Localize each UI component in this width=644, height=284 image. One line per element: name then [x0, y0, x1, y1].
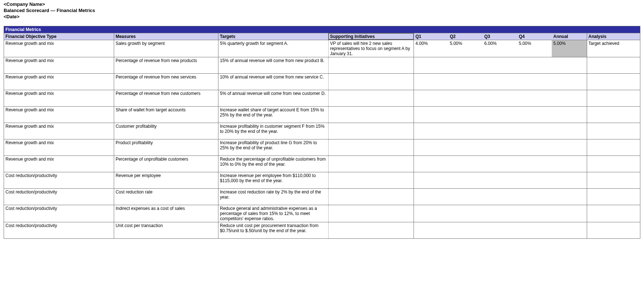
th-q3[interactable]: Q3 [483, 33, 517, 40]
cell-q1[interactable] [414, 188, 449, 205]
cell-analysis[interactable] [587, 156, 640, 172]
cell-support[interactable] [328, 73, 414, 90]
cell-targets[interactable]: Increase cost reduction rate by 2% by th… [218, 188, 329, 205]
cell-q1[interactable] [414, 156, 449, 172]
cell-targets[interactable]: 15% of annual revenue will come from new… [218, 57, 329, 73]
cell-q1[interactable] [414, 139, 449, 156]
cell-analysis[interactable] [587, 90, 640, 106]
cell-q4[interactable] [517, 156, 552, 172]
cell-q4[interactable] [517, 205, 552, 222]
cell-q3[interactable] [483, 106, 517, 123]
cell-objective[interactable]: Revenue growth and mix [4, 90, 114, 106]
cell-q2[interactable] [448, 123, 483, 139]
th-targets[interactable]: Targets [218, 33, 329, 40]
cell-targets[interactable]: Increase profitability of product line G… [218, 139, 329, 156]
cell-targets[interactable]: Increase profitability in customer segme… [218, 123, 329, 139]
cell-q4[interactable] [517, 123, 552, 139]
cell-support[interactable] [328, 57, 414, 73]
cell-q4[interactable] [517, 188, 552, 205]
cell-measures[interactable]: Unit cost per transaction [114, 222, 218, 238]
cell-annual[interactable] [552, 123, 587, 139]
cell-objective[interactable]: Revenue growth and mix [4, 123, 114, 139]
cell-q1[interactable] [414, 172, 449, 188]
cell-q2[interactable] [448, 205, 483, 222]
cell-q3[interactable] [483, 205, 517, 222]
cell-targets[interactable]: Increase revenue per employee from $110,… [218, 172, 329, 188]
cell-support[interactable] [328, 172, 414, 188]
cell-q1[interactable] [414, 222, 449, 238]
cell-q3[interactable] [483, 222, 517, 238]
cell-measures[interactable]: Percentage of revenue from new customers [114, 90, 218, 106]
cell-measures[interactable]: Revenue per employee [114, 172, 218, 188]
cell-q1[interactable] [414, 123, 449, 139]
cell-q1[interactable] [414, 57, 449, 73]
cell-annual[interactable] [552, 57, 587, 73]
cell-q3[interactable] [483, 172, 517, 188]
cell-q2[interactable] [448, 106, 483, 123]
cell-support[interactable]: VP of sales will hire 2 new sales repres… [328, 40, 414, 57]
th-objective[interactable]: Financial Objective Type [4, 33, 114, 40]
cell-q3[interactable] [483, 90, 517, 106]
cell-measures[interactable]: Customer profitability [114, 123, 218, 139]
cell-measures[interactable]: Share of wallet from target accounts [114, 106, 218, 123]
cell-q3[interactable] [483, 139, 517, 156]
cell-q3[interactable]: 6.00% [483, 40, 517, 57]
cell-targets[interactable]: Reduce the percentage of unprofitable cu… [218, 156, 329, 172]
cell-analysis[interactable] [587, 57, 640, 73]
cell-q4[interactable] [517, 73, 552, 90]
cell-q3[interactable] [483, 156, 517, 172]
cell-support[interactable] [328, 188, 414, 205]
cell-q2[interactable] [448, 222, 483, 238]
cell-targets[interactable]: Increase wallet share of target account … [218, 106, 329, 123]
th-measures[interactable]: Measures [114, 33, 218, 40]
th-q2[interactable]: Q2 [448, 33, 483, 40]
cell-support[interactable] [328, 106, 414, 123]
cell-q4[interactable] [517, 172, 552, 188]
cell-q2[interactable] [448, 188, 483, 205]
cell-q1[interactable] [414, 205, 449, 222]
cell-measures[interactable]: Percentage of revenue from new products [114, 57, 218, 73]
cell-q3[interactable] [483, 57, 517, 73]
cell-analysis[interactable] [587, 123, 640, 139]
cell-q4[interactable] [517, 139, 552, 156]
cell-q2[interactable] [448, 73, 483, 90]
cell-analysis[interactable] [587, 188, 640, 205]
cell-measures[interactable]: Sales growth by segment [114, 40, 218, 57]
cell-analysis[interactable] [587, 73, 640, 90]
cell-q1[interactable] [414, 73, 449, 90]
cell-annual[interactable]: 5.00% [552, 40, 587, 57]
cell-measures[interactable]: Product profitability [114, 139, 218, 156]
cell-targets[interactable]: 5% of annual revenue will come from new … [218, 90, 329, 106]
cell-objective[interactable]: Revenue growth and mix [4, 73, 114, 90]
cell-objective[interactable]: Cost reduction/productivity [4, 205, 114, 222]
cell-measures[interactable]: Percentage of revenue from new services [114, 73, 218, 90]
cell-targets[interactable]: Reduce unit cost per procurement transac… [218, 222, 329, 238]
cell-analysis[interactable] [587, 172, 640, 188]
cell-q1[interactable]: 4.00% [414, 40, 449, 57]
cell-annual[interactable] [552, 172, 587, 188]
cell-analysis[interactable] [587, 205, 640, 222]
cell-objective[interactable]: Cost reduction/productivity [4, 172, 114, 188]
cell-q4[interactable] [517, 222, 552, 238]
cell-analysis[interactable]: Target achieved [587, 40, 640, 57]
th-analysis[interactable]: Analysis [587, 33, 640, 40]
cell-analysis[interactable] [587, 222, 640, 238]
cell-q1[interactable] [414, 90, 449, 106]
cell-q2[interactable] [448, 90, 483, 106]
cell-objective[interactable]: Revenue growth and mix [4, 139, 114, 156]
cell-q4[interactable] [517, 90, 552, 106]
cell-annual[interactable] [552, 156, 587, 172]
cell-objective[interactable]: Revenue growth and mix [4, 40, 114, 57]
th-q4[interactable]: Q4 [517, 33, 552, 40]
cell-q4[interactable]: 5.00% [517, 40, 552, 57]
cell-support[interactable] [328, 139, 414, 156]
cell-q2[interactable]: 5.00% [448, 40, 483, 57]
cell-q4[interactable] [517, 106, 552, 123]
th-q1[interactable]: Q1 [414, 33, 449, 40]
th-support[interactable]: Supporting Initiatives [328, 33, 414, 40]
cell-annual[interactable] [552, 73, 587, 90]
cell-support[interactable] [328, 123, 414, 139]
cell-objective[interactable]: Cost reduction/productivity [4, 222, 114, 238]
cell-targets[interactable]: Reduce general and administrative expens… [218, 205, 329, 222]
cell-annual[interactable] [552, 222, 587, 238]
